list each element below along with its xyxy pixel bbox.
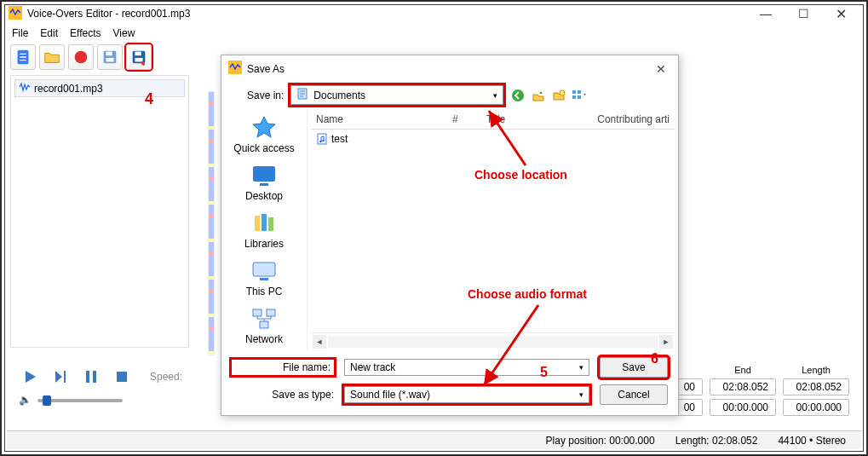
end-value-2: 00:00.000	[710, 399, 776, 416]
savetype-label: Save as type:	[232, 389, 334, 401]
new-folder-icon[interactable]	[551, 88, 566, 103]
status-play-position: Play position: 00:00.000	[546, 435, 655, 447]
status-length: Length: 02:08.052	[675, 435, 758, 447]
documents-icon	[296, 88, 308, 102]
svg-rect-23	[64, 371, 66, 383]
status-rate: 44100 • Stereo	[778, 435, 846, 447]
place-this-pc[interactable]: This PC	[246, 258, 283, 297]
filename-label: File name:	[232, 360, 334, 375]
place-quick-access[interactable]: Quick access	[233, 115, 294, 154]
save-button[interactable]: Save	[600, 357, 668, 378]
savein-label: Save in:	[247, 89, 284, 101]
file-item[interactable]: test	[311, 130, 675, 148]
file-list: Name # Title Contributing arti test ◄ ►	[307, 110, 678, 350]
savetype-value: Sound file (*.wav)	[350, 389, 430, 401]
svg-rect-44	[260, 321, 268, 328]
volume-slider[interactable]	[37, 399, 123, 402]
svg-rect-39	[268, 217, 273, 231]
back-icon[interactable]	[510, 88, 526, 103]
chevron-down-icon: ▾	[579, 390, 583, 399]
svg-point-46	[319, 141, 322, 143]
play-button[interactable]	[19, 367, 41, 387]
col-name[interactable]: Name	[316, 113, 452, 125]
up-icon[interactable]	[531, 88, 546, 103]
speaker-icon: 🔈	[19, 394, 32, 406]
dialog-close-button[interactable]: ✕	[651, 62, 671, 76]
col-contributing[interactable]: Contributing arti	[572, 113, 670, 125]
timeline-preview	[208, 91, 215, 355]
save-as-dialog: Save As ✕ Save in: Documents ▾ Quick acc…	[221, 55, 679, 416]
end-label: End	[734, 365, 751, 375]
play-selection-button[interactable]	[49, 367, 72, 387]
file-name: test	[331, 133, 348, 145]
svg-rect-35	[253, 166, 275, 182]
transport-bar: Speed:	[19, 367, 182, 387]
statusbar: Play position: 00:00.000 Length: 02:08.0…	[7, 430, 861, 449]
filename-field[interactable]: New track ▾	[344, 359, 589, 376]
filename-value: New track	[350, 361, 395, 373]
chevron-down-icon: ▾	[493, 91, 497, 100]
svg-rect-31	[572, 90, 576, 94]
svg-rect-41	[260, 278, 268, 280]
svg-rect-38	[262, 214, 267, 231]
col-title[interactable]: Title	[486, 113, 572, 125]
svg-rect-26	[117, 372, 127, 382]
savein-combo[interactable]: Documents ▾	[290, 85, 503, 105]
chevron-down-icon: ▾	[579, 363, 583, 372]
savetype-combo[interactable]: Sound file (*.wav) ▾	[344, 386, 589, 403]
scroll-right-icon[interactable]: ►	[659, 335, 673, 349]
svg-rect-24	[86, 371, 89, 383]
svg-rect-37	[255, 216, 260, 231]
audio-file-icon	[316, 133, 328, 145]
length-value-1: 02:08.052	[783, 378, 849, 395]
svg-rect-33	[572, 95, 576, 99]
end-value-1: 02:08.052	[710, 378, 776, 395]
svg-rect-42	[253, 309, 262, 316]
savein-value: Documents	[313, 89, 365, 101]
cancel-button[interactable]: Cancel	[600, 384, 668, 405]
dialog-title: Save As	[247, 63, 285, 75]
view-menu-icon[interactable]	[572, 88, 587, 103]
place-desktop[interactable]: Desktop	[245, 163, 283, 202]
svg-rect-45	[318, 134, 326, 144]
svg-point-47	[322, 140, 325, 142]
speed-label: Speed:	[150, 371, 182, 383]
col-number[interactable]: #	[452, 113, 486, 125]
svg-rect-25	[93, 371, 96, 383]
svg-rect-43	[267, 309, 275, 316]
app-icon	[228, 61, 242, 77]
place-network[interactable]: Network	[245, 306, 283, 345]
svg-rect-32	[578, 90, 581, 94]
length-label: Length	[802, 365, 831, 375]
svg-rect-40	[253, 263, 275, 276]
svg-rect-34	[578, 95, 581, 99]
place-libraries[interactable]: Libraries	[244, 211, 284, 250]
pause-button[interactable]	[80, 367, 102, 387]
svg-rect-36	[260, 183, 268, 186]
stop-button[interactable]	[111, 367, 133, 387]
svg-point-29	[512, 89, 524, 101]
horizontal-scrollbar[interactable]: ◄ ►	[311, 332, 675, 350]
scroll-left-icon[interactable]: ◄	[313, 335, 326, 349]
volume-control: 🔈	[19, 394, 123, 406]
places-bar: Quick access Desktop Libraries This PC N…	[221, 110, 307, 350]
length-value-2: 00:00.000	[783, 399, 849, 416]
svg-point-30	[560, 90, 565, 95]
